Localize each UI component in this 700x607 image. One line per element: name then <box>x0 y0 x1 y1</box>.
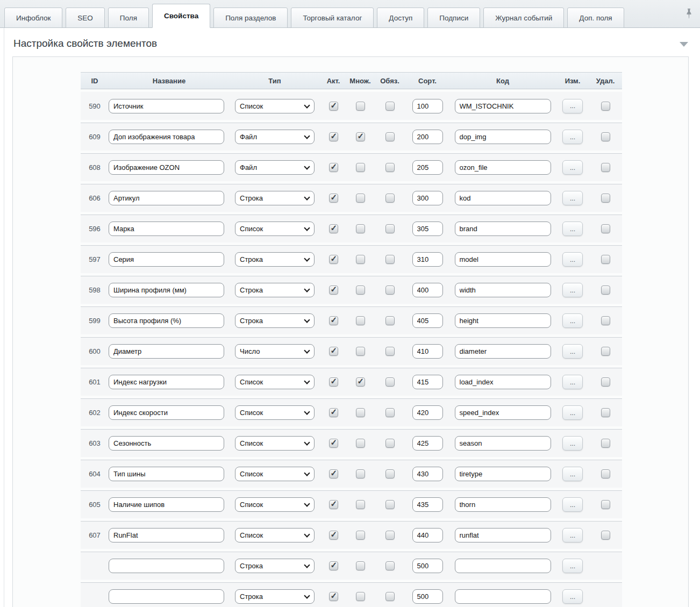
edit-button[interactable]: ... <box>562 344 583 359</box>
required-checkbox[interactable] <box>385 439 395 448</box>
name-input[interactable] <box>109 528 224 542</box>
delete-checkbox[interactable] <box>601 224 610 233</box>
delete-checkbox[interactable] <box>601 163 610 172</box>
code-input[interactable] <box>455 497 551 512</box>
required-checkbox[interactable] <box>385 592 395 601</box>
active-checkbox[interactable] <box>329 592 338 601</box>
sort-input[interactable] <box>412 283 443 297</box>
delete-checkbox[interactable] <box>601 255 610 264</box>
code-input[interactable] <box>455 130 551 144</box>
name-input[interactable] <box>109 160 224 175</box>
delete-checkbox[interactable] <box>601 500 610 509</box>
multiple-checkbox[interactable] <box>356 194 365 203</box>
sort-input[interactable] <box>412 222 443 236</box>
tabbar-tab[interactable]: Торговый каталог <box>291 8 374 28</box>
sort-input[interactable] <box>412 160 443 175</box>
required-checkbox[interactable] <box>385 377 395 387</box>
name-input[interactable] <box>109 405 224 420</box>
active-checkbox[interactable] <box>329 500 338 509</box>
edit-button[interactable]: ... <box>562 467 583 481</box>
required-checkbox[interactable] <box>385 316 395 325</box>
name-input[interactable] <box>109 99 224 113</box>
sort-input[interactable] <box>412 313 443 328</box>
delete-checkbox[interactable] <box>601 531 610 540</box>
edit-button[interactable]: ... <box>562 497 583 512</box>
name-input[interactable] <box>109 130 224 144</box>
required-checkbox[interactable] <box>385 347 395 356</box>
multiple-checkbox[interactable] <box>356 377 365 387</box>
multiple-checkbox[interactable] <box>356 132 365 141</box>
required-checkbox[interactable] <box>385 102 395 111</box>
edit-button[interactable]: ... <box>562 559 583 573</box>
active-checkbox[interactable] <box>329 316 338 325</box>
delete-checkbox[interactable] <box>601 408 610 417</box>
sort-input[interactable] <box>412 99 443 113</box>
tabbar-tab[interactable]: Журнал событий <box>483 8 564 28</box>
sort-input[interactable] <box>412 191 443 205</box>
delete-checkbox[interactable] <box>601 102 610 111</box>
code-input[interactable] <box>455 313 551 328</box>
name-input[interactable] <box>109 497 224 512</box>
code-input[interactable] <box>455 252 551 267</box>
edit-button[interactable]: ... <box>562 222 583 236</box>
type-select[interactable]: Число <box>235 344 315 359</box>
edit-button[interactable]: ... <box>562 191 583 205</box>
multiple-checkbox[interactable] <box>356 163 365 172</box>
tabbar-tab[interactable]: Доступ <box>377 8 424 28</box>
tabbar-tab[interactable]: SEO <box>66 8 105 28</box>
required-checkbox[interactable] <box>385 194 395 203</box>
code-input[interactable] <box>455 436 551 451</box>
multiple-checkbox[interactable] <box>356 316 365 325</box>
type-select[interactable]: Список <box>235 375 315 389</box>
code-input[interactable] <box>455 375 551 389</box>
active-checkbox[interactable] <box>329 531 338 540</box>
code-input[interactable] <box>455 344 551 359</box>
active-checkbox[interactable] <box>329 561 338 570</box>
type-select[interactable]: Строка <box>235 559 315 573</box>
type-select[interactable]: Список <box>235 497 315 512</box>
delete-checkbox[interactable] <box>601 316 610 325</box>
multiple-checkbox[interactable] <box>356 408 365 417</box>
required-checkbox[interactable] <box>385 285 395 295</box>
tabbar-tab[interactable]: Доп. поля <box>567 8 624 28</box>
sort-input[interactable] <box>412 375 443 389</box>
active-checkbox[interactable] <box>329 439 338 448</box>
required-checkbox[interactable] <box>385 163 395 172</box>
required-checkbox[interactable] <box>385 531 395 540</box>
name-input[interactable] <box>109 252 224 267</box>
edit-button[interactable]: ... <box>562 99 583 113</box>
code-input[interactable] <box>455 222 551 236</box>
sort-input[interactable] <box>412 497 443 512</box>
multiple-checkbox[interactable] <box>356 531 365 540</box>
tabbar-tab[interactable]: Инфоблок <box>4 8 62 28</box>
edit-button[interactable]: ... <box>562 528 583 542</box>
code-input[interactable] <box>455 99 551 113</box>
edit-button[interactable]: ... <box>562 283 583 297</box>
type-select[interactable]: Строка <box>235 252 315 267</box>
type-select[interactable]: Файл <box>235 160 315 175</box>
required-checkbox[interactable] <box>385 255 395 264</box>
tabbar-tab[interactable]: Свойства <box>152 4 210 28</box>
delete-checkbox[interactable] <box>601 377 610 387</box>
name-input[interactable] <box>109 467 224 481</box>
required-checkbox[interactable] <box>385 469 395 479</box>
active-checkbox[interactable] <box>329 163 338 172</box>
delete-checkbox[interactable] <box>601 347 610 356</box>
tabbar-tab[interactable]: Подписи <box>427 8 480 28</box>
sort-input[interactable] <box>412 252 443 267</box>
type-select[interactable]: Список <box>235 436 315 451</box>
active-checkbox[interactable] <box>329 285 338 295</box>
sort-input[interactable] <box>412 436 443 451</box>
type-select[interactable]: Строка <box>235 191 315 205</box>
multiple-checkbox[interactable] <box>356 285 365 295</box>
edit-button[interactable]: ... <box>562 130 583 144</box>
multiple-checkbox[interactable] <box>356 224 365 233</box>
active-checkbox[interactable] <box>329 194 338 203</box>
delete-checkbox[interactable] <box>601 469 610 479</box>
type-select[interactable]: Строка <box>235 283 315 297</box>
required-checkbox[interactable] <box>385 132 395 141</box>
multiple-checkbox[interactable] <box>356 592 365 601</box>
name-input[interactable] <box>109 283 224 297</box>
active-checkbox[interactable] <box>329 255 338 264</box>
delete-checkbox[interactable] <box>601 285 610 295</box>
